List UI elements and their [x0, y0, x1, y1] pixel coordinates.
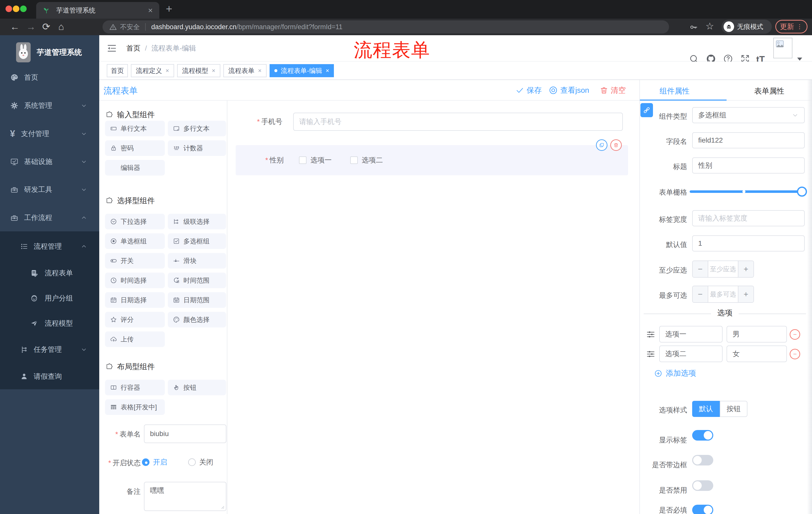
reload-icon[interactable]: ⟳	[42, 21, 50, 32]
widget-copy-button[interactable]	[596, 139, 608, 151]
page-tab-process-form-edit[interactable]: 流程表单-编辑×	[269, 64, 334, 77]
breadcrumb-home[interactable]: 首页	[126, 44, 140, 53]
gender-option1-label[interactable]: 选项一	[311, 155, 331, 165]
status-off-label[interactable]: 关闭	[199, 457, 213, 467]
sidebar-item-home[interactable]: 首页	[0, 66, 99, 88]
tab-close-icon[interactable]: ×	[258, 67, 262, 74]
selected-widget-gender[interactable]: * 性别 选项一 选项二	[236, 145, 628, 175]
component-item-password[interactable]: 密码	[105, 140, 165, 156]
add-option-button[interactable]: 添加选项	[654, 368, 696, 378]
back-icon[interactable]: ←	[10, 21, 20, 32]
status-radio-on[interactable]	[142, 458, 149, 466]
new-tab-button[interactable]: +	[166, 2, 172, 15]
max-select-input[interactable]	[708, 286, 738, 302]
option1-value-input[interactable]	[727, 326, 787, 343]
widget-delete-button[interactable]	[610, 139, 622, 151]
field-name-input[interactable]	[692, 132, 805, 148]
forward-icon[interactable]: →	[26, 21, 36, 32]
tab-form-props[interactable]: 表单属性	[754, 86, 784, 96]
browser-menu-dots-icon[interactable]: ⋮	[797, 23, 803, 30]
panel-scrollbar[interactable]	[807, 80, 812, 514]
component-item-counter[interactable]: 123 计数器	[168, 140, 226, 156]
slider-handle[interactable]	[797, 187, 807, 197]
option1-label-input[interactable]	[659, 326, 723, 343]
component-item-slider[interactable]: 滑块	[168, 253, 226, 269]
component-item-editor[interactable]: 编辑器	[105, 160, 165, 175]
option2-value-input[interactable]	[727, 346, 787, 362]
tab-component-props[interactable]: 组件属性	[660, 86, 690, 96]
page-tab-process-definition[interactable]: 流程定义×	[131, 64, 174, 77]
sidebar-item-workflow[interactable]: 工作流程	[0, 207, 99, 229]
component-item-rate[interactable]: 评分	[105, 312, 165, 327]
required-toggle[interactable]	[692, 505, 713, 514]
component-type-select[interactable]: 多选框组	[692, 107, 805, 123]
min-select-input[interactable]	[708, 261, 738, 277]
default-value-input[interactable]	[692, 235, 805, 251]
component-item-checkbox-group[interactable]: 多选框组	[168, 233, 226, 249]
tab-close-icon[interactable]: ×	[326, 67, 329, 74]
label-width-input[interactable]	[692, 210, 805, 226]
stepper-plus-button[interactable]: +	[738, 286, 753, 302]
component-item-select[interactable]: 下拉选择	[105, 214, 165, 229]
component-item-switch[interactable]: 开关	[105, 253, 165, 269]
phone-input[interactable]	[293, 113, 623, 131]
bookmark-star-icon[interactable]: ☆	[705, 21, 714, 32]
view-json-button[interactable]: 查看json	[549, 80, 589, 101]
option-drag-handle-icon[interactable]	[646, 350, 655, 359]
gender-option2-checkbox[interactable]	[350, 156, 358, 164]
address-bar[interactable]: 不安全 dashboard.yudao.iocoder.cn/bpm/manag…	[103, 20, 669, 33]
status-radio-off[interactable]	[188, 458, 196, 466]
sidebar-item-process-model[interactable]: 流程模型	[0, 312, 99, 334]
sidebar-item-process-form[interactable]: 流程表单	[0, 262, 99, 284]
sidebar-item-leave-query[interactable]: 请假查询	[0, 366, 99, 387]
sidebar-item-user-groups[interactable]: 用户分组	[0, 287, 99, 309]
option2-remove-button[interactable]	[790, 349, 800, 359]
sidebar-item-system[interactable]: 系统管理	[0, 94, 99, 117]
browser-tab[interactable]: 芋道管理系统 ×	[36, 2, 159, 19]
page-tab-home[interactable]: 首页	[107, 64, 128, 77]
designer-title-link[interactable]: 流程表单	[104, 85, 138, 97]
tab-close-icon[interactable]: ×	[212, 67, 215, 74]
close-window-button[interactable]	[5, 5, 12, 12]
disabled-toggle[interactable]	[692, 480, 713, 491]
gender-option1-checkbox[interactable]	[299, 156, 307, 164]
save-button[interactable]: 保存	[516, 80, 542, 101]
stepper-minus-button[interactable]: −	[693, 261, 708, 277]
avatar-caret-icon[interactable]	[797, 57, 803, 61]
component-item-date-range[interactable]: 日期范围	[168, 292, 226, 308]
component-item-single-text[interactable]: 单行文本	[105, 121, 165, 136]
page-tab-process-model[interactable]: 流程模型×	[177, 64, 220, 77]
tab-close-icon[interactable]: ×	[166, 67, 169, 74]
avatar-broken-image[interactable]	[773, 38, 792, 58]
component-item-time-picker[interactable]: 时间选择	[105, 273, 165, 288]
page-tab-process-form[interactable]: 流程表单×	[223, 64, 266, 77]
component-item-color-picker[interactable]: 颜色选择	[168, 312, 226, 327]
remark-textarea[interactable]: 嘿嘿	[144, 482, 226, 511]
clear-button[interactable]: 清空	[600, 80, 626, 101]
hamburger-collapse-icon[interactable]	[107, 43, 117, 53]
component-item-cascader[interactable]: 级联选择	[168, 214, 226, 229]
maximize-window-button[interactable]	[20, 5, 27, 12]
sidebar-item-dev-tools[interactable]: 研发工具	[0, 179, 99, 201]
component-item-radio-group[interactable]: 单选框组	[105, 233, 165, 249]
stepper-plus-button[interactable]: +	[738, 261, 753, 277]
stepper-minus-button[interactable]: −	[693, 286, 708, 302]
sidebar-logo[interactable]: 芋道管理系统	[16, 42, 82, 62]
component-item-date-picker[interactable]: 日期选择	[105, 292, 165, 308]
sidebar-item-payment[interactable]: ¥ 支付管理	[0, 123, 99, 145]
sidebar-item-task-management[interactable]: 任务管理	[0, 339, 99, 360]
sidebar-item-infrastructure[interactable]: 基础设施	[0, 151, 99, 173]
minimize-window-button[interactable]	[13, 5, 19, 12]
gender-option2-label[interactable]: 选项二	[362, 155, 383, 165]
sidebar-item-process-management[interactable]: 流程管理	[0, 235, 99, 258]
component-item-textarea[interactable]: 多行文本	[168, 121, 226, 136]
component-item-button[interactable]: 按钮	[168, 380, 226, 395]
option1-remove-button[interactable]	[790, 329, 800, 340]
tab-close-icon[interactable]: ×	[148, 6, 153, 15]
title-input[interactable]	[692, 157, 805, 173]
form-grid-slider[interactable]	[690, 190, 807, 193]
form-name-input[interactable]	[144, 425, 226, 443]
key-icon[interactable]	[689, 23, 698, 32]
form-canvas[interactable]: * 手机号 * 性别 选项一 选项二	[227, 101, 639, 514]
style-default-button[interactable]: 默认	[692, 401, 720, 417]
